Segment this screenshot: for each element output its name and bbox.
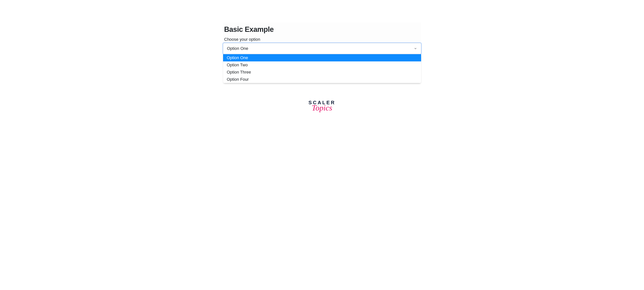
select-dropdown[interactable]: Option One <box>223 43 421 54</box>
dropdown-option-3[interactable]: Option Three <box>223 69 421 76</box>
select-wrapper: Option One Option One Option Two Option … <box>223 43 421 83</box>
page-title: Basic Example <box>223 26 421 34</box>
logo-text-bottom: Topics <box>308 104 336 112</box>
dropdown-option-4[interactable]: Option Four <box>223 76 421 83</box>
example-panel: Basic Example Choose your option Option … <box>223 23 421 83</box>
chevron-down-icon <box>414 47 417 50</box>
brand-logo: SCALER Topics <box>308 100 336 112</box>
dropdown-option-2[interactable]: Option Two <box>223 61 421 69</box>
select-current-value: Option One <box>227 46 248 51</box>
dropdown-option-1[interactable]: Option One <box>223 54 421 61</box>
select-label: Choose your option <box>223 37 421 42</box>
panel-inner: Basic Example Choose your option Option … <box>223 23 421 83</box>
dropdown-list: Option One Option Two Option Three Optio… <box>223 54 421 83</box>
